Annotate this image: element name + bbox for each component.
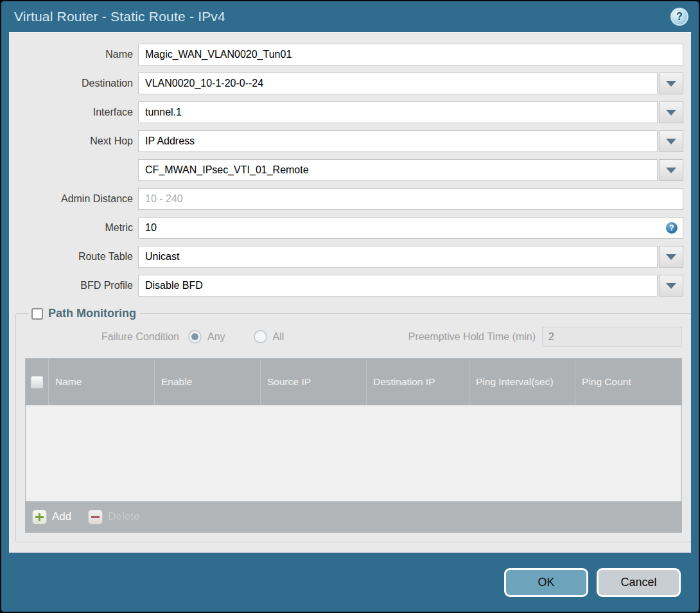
route-table-input[interactable] bbox=[138, 246, 658, 268]
next-hop-address-dropdown-button[interactable] bbox=[659, 159, 683, 181]
failure-condition-label: Failure Condition bbox=[25, 331, 179, 343]
failure-condition-all-label: All bbox=[273, 331, 284, 343]
delete-button-label: Delete bbox=[108, 510, 139, 523]
ok-button[interactable]: OK bbox=[504, 568, 588, 597]
interface-row: Interface bbox=[9, 101, 691, 123]
route-table-label: Route Table bbox=[9, 251, 133, 263]
chevron-down-icon bbox=[666, 254, 676, 260]
path-monitoring-checkbox[interactable] bbox=[31, 308, 43, 320]
failure-condition-all-radio[interactable] bbox=[254, 330, 267, 343]
table-header-row: Name Enable Source IP Destination IP Pin… bbox=[26, 359, 681, 405]
name-label: Name bbox=[9, 49, 133, 60]
table-toolbar: Add Delete bbox=[26, 501, 681, 532]
interface-label: Interface bbox=[9, 107, 133, 118]
metric-help-icon[interactable]: ? bbox=[666, 222, 678, 234]
next-hop-type-dropdown-button[interactable] bbox=[659, 130, 683, 152]
path-monitoring-section: Path Monitoring Failure Condition Any Al… bbox=[15, 307, 691, 542]
chevron-down-icon bbox=[666, 81, 676, 87]
add-button-label: Add bbox=[52, 510, 71, 523]
delete-button[interactable]: Delete bbox=[88, 510, 139, 524]
destination-row: Destination bbox=[9, 73, 691, 94]
bfd-profile-input[interactable] bbox=[138, 275, 658, 297]
help-icon[interactable]: ? bbox=[670, 8, 688, 26]
interface-dropdown-button[interactable] bbox=[659, 101, 683, 123]
metric-row: Metric ? bbox=[9, 217, 691, 239]
path-monitoring-legend: Path Monitoring bbox=[28, 307, 140, 320]
chevron-down-icon bbox=[666, 110, 676, 116]
column-header-source-ip[interactable]: Source IP bbox=[261, 359, 367, 405]
route-table-row: Route Table bbox=[9, 246, 691, 268]
cancel-button[interactable]: Cancel bbox=[597, 568, 681, 597]
preemptive-hold-time-input[interactable] bbox=[542, 327, 682, 347]
metric-label: Metric bbox=[9, 222, 133, 234]
column-header-ping-interval[interactable]: Ping Interval(sec) bbox=[469, 359, 575, 405]
column-header-enable[interactable]: Enable bbox=[155, 359, 261, 405]
name-row: Name bbox=[9, 44, 691, 65]
bfd-profile-row: BFD Profile bbox=[9, 275, 691, 297]
next-hop-address-input[interactable] bbox=[138, 159, 658, 181]
column-header-name[interactable]: Name bbox=[49, 359, 155, 405]
column-header-destination-ip[interactable]: Destination IP bbox=[367, 359, 469, 405]
select-all-checkbox[interactable] bbox=[31, 376, 43, 388]
admin-distance-input[interactable] bbox=[138, 188, 683, 210]
column-header-ping-count[interactable]: Ping Count bbox=[575, 359, 681, 405]
plus-icon bbox=[32, 510, 47, 524]
add-button[interactable]: Add bbox=[32, 510, 71, 524]
path-monitoring-table: Name Enable Source IP Destination IP Pin… bbox=[25, 358, 682, 533]
chevron-down-icon bbox=[666, 139, 676, 144]
admin-distance-label: Admin Distance bbox=[9, 193, 133, 205]
next-hop-row: Next Hop bbox=[9, 130, 691, 152]
path-monitoring-label: Path Monitoring bbox=[48, 307, 136, 320]
dialog-title: Virtual Router - Static Route - IPv4 bbox=[14, 9, 670, 24]
destination-dropdown-button[interactable] bbox=[659, 73, 683, 94]
next-hop-label: Next Hop bbox=[9, 135, 133, 147]
next-hop-type-input[interactable] bbox=[138, 130, 658, 152]
interface-input[interactable] bbox=[138, 101, 658, 123]
route-table-dropdown-button[interactable] bbox=[659, 246, 683, 268]
dialog-content: Name Destination Interface bbox=[9, 32, 691, 553]
minus-icon bbox=[88, 510, 103, 524]
destination-input[interactable] bbox=[138, 73, 658, 94]
table-body-empty bbox=[26, 405, 681, 501]
dialog-titlebar: Virtual Router - Static Route - IPv4 ? bbox=[1, 1, 699, 32]
bfd-profile-dropdown-button[interactable] bbox=[659, 275, 683, 297]
destination-label: Destination bbox=[9, 78, 133, 89]
dialog-window: Virtual Router - Static Route - IPv4 ? N… bbox=[0, 0, 700, 613]
table-header-checkbox-cell bbox=[26, 359, 49, 405]
failure-condition-row: Failure Condition Any All Preemptive Hol… bbox=[25, 327, 682, 347]
chevron-down-icon bbox=[666, 283, 676, 289]
failure-condition-any-label: Any bbox=[207, 331, 225, 343]
dialog-footer: OK Cancel bbox=[1, 553, 699, 612]
metric-help-glyph: ? bbox=[669, 223, 674, 232]
bfd-profile-label: BFD Profile bbox=[9, 280, 133, 291]
metric-input[interactable] bbox=[138, 217, 683, 239]
next-hop-address-row bbox=[9, 159, 691, 181]
admin-distance-row: Admin Distance bbox=[9, 188, 691, 210]
chevron-down-icon bbox=[666, 168, 676, 173]
preemptive-hold-time-label: Preemptive Hold Time (min) bbox=[408, 331, 536, 343]
help-glyph: ? bbox=[676, 11, 683, 22]
failure-condition-any-radio[interactable] bbox=[188, 330, 202, 343]
name-input[interactable] bbox=[138, 44, 683, 65]
